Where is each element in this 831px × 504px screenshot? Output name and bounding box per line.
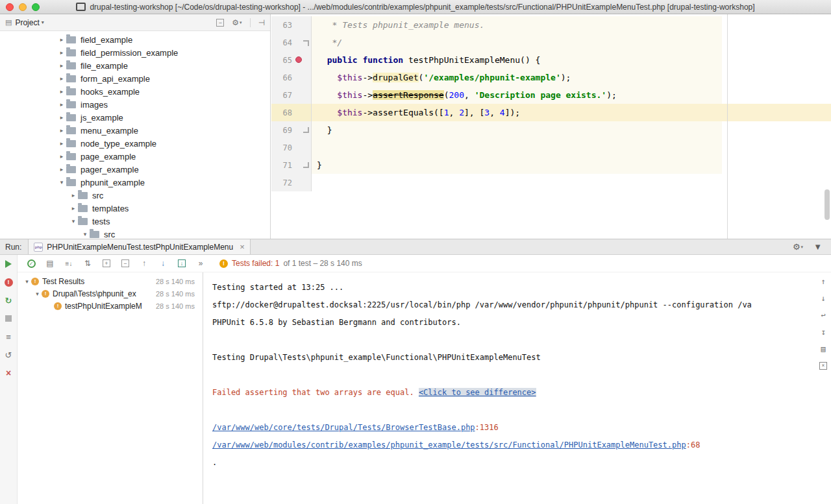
line-number[interactable]: 67: [275, 91, 292, 100]
fold-icon[interactable]: [303, 127, 309, 133]
editor-gutter-cell[interactable]: 72: [271, 174, 312, 191]
project-tree-item[interactable]: ▾phpunit_example: [0, 176, 270, 189]
editor-gutter-cell[interactable]: 71: [271, 156, 312, 174]
clear-all-icon[interactable]: ×: [818, 361, 828, 371]
up-stack-trace-icon[interactable]: ↑: [818, 276, 828, 287]
print-icon[interactable]: ▤: [818, 344, 828, 354]
close-tab-icon[interactable]: ×: [240, 243, 245, 251]
test-tree-item[interactable]: ▾ ! Test Results 28 s 140 ms: [18, 275, 203, 287]
project-tree-item[interactable]: ▸node_type_example: [0, 137, 270, 150]
line-number[interactable]: 70: [275, 143, 292, 152]
line-number[interactable]: 64: [275, 38, 292, 47]
chevron-down-icon[interactable]: ▾: [42, 19, 44, 25]
chevron-right-icon[interactable]: ▸: [57, 88, 66, 95]
down-stack-trace-icon[interactable]: ↓: [818, 293, 828, 304]
editor-gutter-cell[interactable]: 70: [271, 139, 312, 156]
console-link[interactable]: <Click to see difference>: [419, 388, 536, 397]
project-tree-item[interactable]: ▸src: [0, 189, 270, 202]
rerun-failed-tests-button[interactable]: !: [3, 277, 14, 287]
chevron-down-icon[interactable]: ▾: [57, 179, 66, 186]
line-number[interactable]: 72: [275, 178, 292, 187]
editor-line[interactable]: 69 }: [271, 121, 831, 139]
project-tree-item[interactable]: ▸form_api_example: [0, 72, 270, 85]
code-text[interactable]: [312, 139, 831, 156]
minimize-window-button[interactable]: [19, 3, 27, 11]
editor-gutter-cell[interactable]: 64: [271, 34, 312, 51]
console-icon[interactable]: ▤: [45, 258, 55, 269]
close-button[interactable]: ×: [3, 368, 14, 378]
chevron-down-icon[interactable]: ▾: [23, 278, 31, 285]
test-history-button[interactable]: ≡: [3, 331, 14, 342]
editor-line[interactable]: 72: [271, 174, 831, 191]
expand-all-icon[interactable]: +: [101, 258, 112, 269]
code-text[interactable]: */: [312, 34, 831, 51]
sort-alphabetically-icon[interactable]: ⇅: [82, 258, 93, 269]
chevron-right-icon[interactable]: ▸: [57, 62, 66, 69]
scroll-to-end-icon[interactable]: ↧: [818, 327, 828, 337]
line-number[interactable]: 66: [275, 73, 292, 82]
project-tree-item[interactable]: ▸pager_example: [0, 163, 270, 176]
code-text[interactable]: $this->assertResponse(200, 'Description …: [312, 86, 831, 104]
restore-layout-button[interactable]: ↺: [3, 350, 14, 360]
settings-gear-icon[interactable]: ⚙▾: [232, 18, 242, 27]
settings-gear-icon[interactable]: ⚙▾: [793, 242, 803, 252]
next-failed-test-icon[interactable]: ↓: [158, 258, 168, 269]
collapse-all-icon[interactable]: −: [216, 19, 224, 27]
chevron-right-icon[interactable]: ▸: [69, 205, 78, 211]
line-number[interactable]: 71: [275, 161, 292, 170]
chevron-right-icon[interactable]: ▸: [57, 166, 66, 173]
more-options-icon[interactable]: »: [195, 258, 206, 269]
code-text[interactable]: * Tests phpunit_example menus.: [312, 16, 831, 34]
editor-line[interactable]: 66 $this->drupalGet('/examples/phpunit-e…: [271, 69, 831, 86]
chevron-down-icon[interactable]: ▾: [69, 218, 78, 224]
code-text[interactable]: }: [312, 121, 831, 139]
rerun-button[interactable]: [3, 259, 14, 269]
chevron-right-icon[interactable]: ▸: [57, 49, 66, 56]
code-text[interactable]: public function testPhpUnitExampleMenu()…: [312, 51, 831, 69]
project-tree-item[interactable]: ▸menu_example: [0, 124, 270, 137]
project-tree-item[interactable]: ▸page_example: [0, 150, 270, 163]
hide-panel-icon[interactable]: ▼: [813, 242, 822, 252]
fold-icon[interactable]: [303, 162, 309, 168]
project-tree-item[interactable]: ▸field_permission_example: [0, 46, 270, 59]
chevron-right-icon[interactable]: ▸: [57, 127, 66, 134]
chevron-right-icon[interactable]: ▸: [57, 101, 66, 108]
code-text[interactable]: $this->drupalGet('/examples/phpunit-exam…: [312, 69, 831, 86]
project-tree-item[interactable]: ▾tests: [0, 215, 270, 228]
editor-gutter-cell[interactable]: 69: [271, 121, 312, 139]
import-test-results-icon[interactable]: ↓: [177, 258, 187, 269]
fold-icon[interactable]: [303, 40, 309, 46]
editor-scrollbar[interactable]: [825, 189, 830, 220]
line-number[interactable]: 68: [275, 108, 292, 117]
line-number[interactable]: 69: [275, 126, 292, 135]
chevron-right-icon[interactable]: ▸: [57, 114, 66, 121]
chevron-right-icon[interactable]: ▸: [69, 192, 78, 198]
test-tree-item[interactable]: ! testPhpUnitExampleM 28 s 140 ms: [18, 300, 203, 312]
project-tree-item[interactable]: ▸images: [0, 98, 270, 111]
show-passed-icon[interactable]: ✓: [26, 258, 36, 269]
project-panel-title[interactable]: Project: [15, 18, 39, 27]
sort-by-duration-icon[interactable]: ≡↓: [64, 258, 74, 269]
chevron-right-icon[interactable]: ▸: [57, 140, 66, 147]
chevron-right-icon[interactable]: ▸: [57, 36, 66, 43]
test-tree-item[interactable]: ▾ ! Drupal\Tests\phpunit_ex 28 s 140 ms: [18, 287, 203, 300]
chevron-right-icon[interactable]: ▸: [57, 153, 66, 160]
run-tab[interactable]: php PHPUnitExampleMenuTest.testPhpUnitEx…: [28, 239, 250, 254]
test-console[interactable]: Testing started at 13:25 ... sftp://dock…: [203, 272, 831, 504]
code-text[interactable]: [312, 174, 831, 191]
editor-gutter-cell[interactable]: 65: [271, 51, 312, 69]
zoom-window-button[interactable]: [32, 3, 40, 11]
editor-line[interactable]: 65 public function testPhpUnitExampleMen…: [271, 51, 831, 69]
line-number[interactable]: 65: [275, 56, 292, 65]
editor-gutter-cell[interactable]: 66: [271, 69, 312, 86]
editor-line[interactable]: 71 }: [271, 156, 831, 174]
project-tree-item[interactable]: ▸hooks_example: [0, 85, 270, 98]
previous-failed-test-icon[interactable]: ↑: [139, 258, 149, 269]
console-link[interactable]: /var/www/web/modules/contrib/examples/ph…: [212, 440, 686, 450]
editor-line[interactable]: 63 * Tests phpunit_example menus.: [271, 16, 831, 34]
failed-test-marker-icon[interactable]: [295, 56, 302, 63]
chevron-right-icon[interactable]: ▸: [57, 75, 66, 82]
stop-button[interactable]: [3, 313, 14, 324]
editor-gutter-cell[interactable]: 63: [271, 16, 312, 34]
close-window-button[interactable]: [6, 3, 14, 11]
